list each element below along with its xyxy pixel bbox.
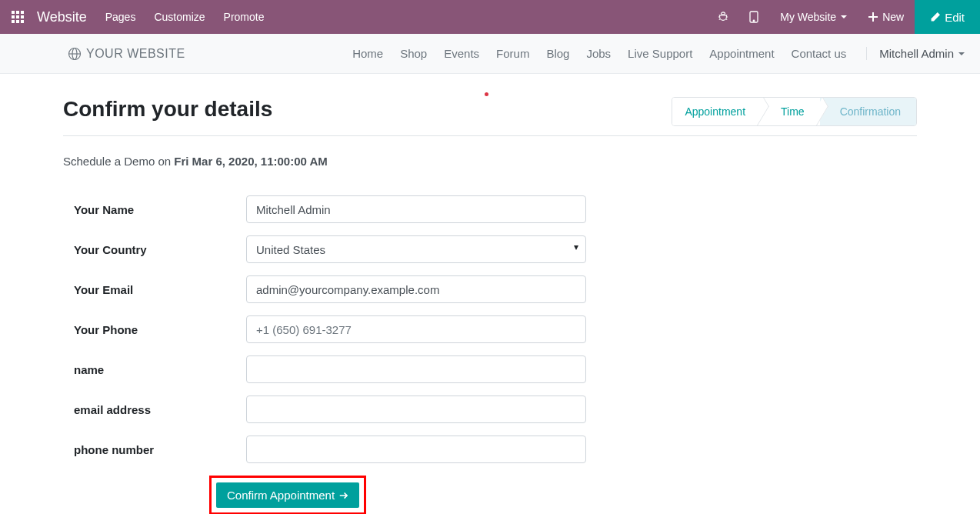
topbar-menu-promote[interactable]: Promote	[224, 11, 265, 23]
confirm-appointment-button[interactable]: Confirm Appointment	[216, 482, 359, 508]
row-email-address: email address	[63, 396, 917, 423]
nav-home[interactable]: Home	[352, 47, 383, 60]
site-navbar: YOUR WEBSITE Home Shop Events Forum Blog…	[0, 34, 980, 74]
wizard-step-label: Appointment	[685, 105, 745, 118]
row-phone-number: phone number	[63, 436, 917, 463]
svg-rect-3	[12, 15, 15, 18]
my-website-dropdown[interactable]: My Website	[769, 0, 858, 34]
nav-shop[interactable]: Shop	[400, 47, 427, 60]
user-name: Mitchell Admin	[879, 47, 954, 60]
input-phone-number[interactable]	[246, 436, 586, 463]
label-name: name	[63, 363, 246, 376]
input-email-address[interactable]	[246, 396, 586, 423]
bug-icon[interactable]	[708, 0, 738, 34]
user-dropdown[interactable]: Mitchell Admin	[866, 47, 965, 60]
wizard-step-time[interactable]: Time	[761, 98, 820, 125]
topbar-menu-customize[interactable]: Customize	[154, 11, 205, 23]
row-name: name	[63, 355, 917, 383]
chevron-down-icon	[841, 15, 847, 18]
plus-icon	[868, 12, 878, 22]
label-your-phone: Your Phone	[63, 323, 246, 336]
svg-rect-7	[16, 20, 19, 23]
label-your-email: Your Email	[63, 283, 246, 296]
topbar: Website Pages Customize Promote My Websi…	[0, 0, 980, 34]
svg-rect-2	[21, 11, 24, 14]
row-your-country: Your Country United States	[63, 235, 917, 263]
nav-jobs[interactable]: Jobs	[586, 47, 611, 60]
label-phone-number: phone number	[63, 443, 246, 456]
mobile-icon[interactable]	[738, 0, 769, 34]
wizard-step-confirmation[interactable]: Confirmation	[820, 98, 916, 125]
svg-rect-8	[21, 20, 24, 23]
label-email-address: email address	[63, 403, 246, 416]
nav-events[interactable]: Events	[444, 47, 479, 60]
input-your-name[interactable]	[246, 195, 586, 223]
label-your-country: Your Country	[63, 243, 246, 256]
input-your-phone[interactable]	[246, 315, 586, 343]
globe-icon	[68, 47, 82, 61]
schedule-prefix: Schedule a Demo on	[63, 155, 174, 168]
svg-rect-4	[16, 15, 19, 18]
my-website-label: My Website	[780, 11, 836, 23]
nav-contact[interactable]: Contact us	[792, 47, 847, 60]
topbar-menu: Pages Customize Promote	[105, 11, 265, 23]
confirm-label: Confirm Appointment	[227, 489, 335, 502]
schedule-time: Fri Mar 6, 2020, 11:00:00 AM	[174, 155, 328, 168]
wizard-step-label: Confirmation	[840, 105, 901, 118]
svg-point-10	[753, 20, 755, 22]
page-header: Confirm your details Appointment Time Co…	[63, 74, 917, 136]
topbar-right: My Website New Edit	[708, 0, 980, 34]
app-title[interactable]: Website	[37, 9, 87, 25]
main-container: Confirm your details Appointment Time Co…	[63, 74, 917, 514]
edit-label: Edit	[945, 11, 965, 24]
nav-live-support[interactable]: Live Support	[628, 47, 692, 60]
edit-button[interactable]: Edit	[915, 0, 980, 34]
label-your-name: Your Name	[63, 203, 246, 216]
schedule-line: Schedule a Demo on Fri Mar 6, 2020, 11:0…	[63, 155, 917, 168]
page-title: Confirm your details	[63, 97, 272, 122]
site-logo-text: YOUR WEBSITE	[86, 47, 185, 61]
arrow-right-icon	[339, 491, 348, 500]
details-form: Your Name Your Country United States You…	[63, 195, 917, 514]
nav-forum[interactable]: Forum	[496, 47, 529, 60]
button-row: Confirm Appointment	[63, 476, 917, 514]
svg-rect-6	[12, 20, 15, 23]
pencil-icon	[930, 12, 940, 22]
new-label: New	[882, 11, 904, 23]
row-your-email: Your Email	[63, 275, 917, 303]
nav-appointment[interactable]: Appointment	[709, 47, 774, 60]
new-button[interactable]: New	[858, 0, 915, 34]
wizard-step-label: Time	[781, 105, 805, 118]
row-your-phone: Your Phone	[63, 315, 917, 343]
nav-blog[interactable]: Blog	[546, 47, 569, 60]
chevron-down-icon	[958, 52, 965, 55]
site-logo[interactable]: YOUR WEBSITE	[68, 47, 185, 61]
topbar-menu-pages[interactable]: Pages	[105, 11, 136, 23]
site-nav: Home Shop Events Forum Blog Jobs Live Su…	[352, 47, 965, 60]
apps-icon[interactable]	[6, 5, 29, 28]
select-your-country[interactable]: United States	[246, 235, 586, 263]
confirm-highlight: Confirm Appointment	[209, 476, 366, 514]
input-name[interactable]	[246, 355, 586, 383]
wizard-breadcrumb: Appointment Time Confirmation	[672, 97, 917, 126]
svg-rect-1	[16, 11, 19, 14]
input-your-email[interactable]	[246, 275, 586, 303]
svg-rect-5	[21, 15, 24, 18]
svg-rect-0	[12, 11, 15, 14]
row-your-name: Your Name	[63, 195, 917, 223]
wizard-step-appointment[interactable]: Appointment	[672, 98, 761, 125]
